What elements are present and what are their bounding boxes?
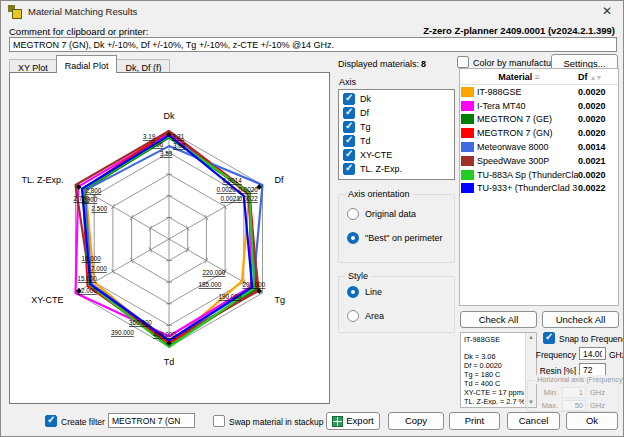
min-value: 1 [562, 387, 586, 398]
axis-item-label: Td [360, 136, 371, 146]
check-all-button[interactable]: Check All [460, 311, 537, 328]
checkbox-icon[interactable] [343, 149, 355, 161]
axis-orientation-option-original-data[interactable]: Original data [339, 207, 454, 221]
material-column-header[interactable]: Material [498, 72, 532, 82]
displayed-materials-count: 8 [421, 59, 426, 69]
svg-text:16.000: 16.000 [81, 255, 101, 262]
color-by-manufacturer-label: Color by manufacturer [473, 58, 562, 68]
close-icon[interactable]: ✕ [595, 2, 619, 20]
style-option-area[interactable]: Area [339, 309, 454, 323]
checkbox-icon[interactable] [343, 163, 355, 175]
style-group: Style LineArea [338, 276, 455, 333]
option-label: Original data [365, 209, 416, 219]
material-row[interactable]: MEGTRON 7 (GE)0.0020 [460, 113, 618, 127]
app-version-text: Z-zero Z-planner 2409.0001 (v2024.2.1.39… [423, 25, 615, 36]
material-matching-dialog: Material Matching Results ✕ Comment for … [0, 0, 624, 437]
materials-table-header[interactable]: Material≡ Df▲▼ [460, 69, 618, 85]
svg-text:0.0014: 0.0014 [223, 177, 243, 184]
tab-radial-plot[interactable]: Radial Plot [56, 55, 118, 73]
displayed-materials-label: Displayed materials: [338, 59, 419, 69]
svg-text:3.21: 3.21 [172, 133, 185, 140]
checkbox-icon[interactable] [343, 135, 355, 147]
svg-text:3.19: 3.19 [143, 133, 156, 140]
axis-orientation-title: Axis orientation [345, 189, 413, 199]
axis-item-df[interactable]: Df [339, 106, 454, 120]
material-df-value: 0.0020 [578, 101, 618, 111]
min-label: Min. [532, 388, 558, 397]
tab-strip: XY PlotRadial PlotDk, Df (f) [9, 55, 169, 73]
svg-text:Df: Df [275, 175, 284, 185]
axis-item-label: TL. Z-Exp. [360, 164, 402, 174]
radar-chart: DkDfTgTdXY-CTETL. Z-Exp.3.193.213.063.08… [10, 73, 329, 403]
svg-text:0.0021: 0.0021 [221, 195, 241, 202]
frequency-input[interactable] [579, 347, 606, 360]
material-row[interactable]: IT-988GSE0.0020 [460, 85, 618, 99]
axis-item-label: Dk [360, 94, 371, 104]
radio-icon[interactable] [347, 310, 359, 322]
swap-material-checkbox[interactable] [213, 415, 225, 427]
material-row[interactable]: MEGTRON 7 (GN)0.0020 [460, 126, 618, 140]
materials-table: Material≡ Df▲▼ IT-988GSE0.0020I-Tera MT4… [459, 68, 619, 306]
material-df-value: 0.0020 [578, 87, 618, 97]
filter-name-input[interactable] [108, 413, 195, 428]
svg-text:2.800: 2.800 [85, 187, 101, 194]
export-button[interactable]: Export [326, 412, 380, 430]
material-name: TU-933+ (ThunderClad 3+) [477, 183, 578, 193]
radio-icon[interactable] [347, 208, 359, 220]
material-name: Meteorwave 8000 [477, 142, 578, 152]
svg-text:17.000: 17.000 [87, 265, 107, 272]
sort-arrows-icon[interactable]: ▲▼ [590, 74, 602, 81]
axis-item-xy-cte[interactable]: XY-CTE [339, 148, 454, 162]
svg-text:185.000: 185.000 [199, 281, 222, 288]
cancel-button[interactable]: Cancel [507, 412, 560, 430]
svg-text:TL. Z-Exp.: TL. Z-Exp. [21, 175, 63, 185]
column-menu-icon[interactable]: ≡ [534, 72, 539, 82]
frequency-unit: GHz [609, 350, 624, 360]
info-line: Tg = 180 C [464, 370, 524, 379]
axis-item-dk[interactable]: Dk [339, 92, 454, 106]
radio-icon[interactable] [347, 232, 359, 244]
scroll-up-icon[interactable]: ▲ [526, 333, 536, 342]
material-df-value: 0.0020 [578, 114, 618, 124]
axis-panel-title: Axis [339, 77, 356, 87]
print-button[interactable]: Print [449, 412, 500, 430]
style-title: Style [345, 271, 371, 281]
horizontal-axis-title: Horizontal axis (Frequency) [534, 375, 624, 384]
ok-button[interactable]: Ok [566, 412, 618, 430]
color-swatch [461, 87, 474, 97]
comment-input[interactable] [9, 37, 617, 52]
uncheck-all-button[interactable]: Uncheck All [542, 311, 619, 328]
axis-item-tl-z-exp[interactable]: TL. Z-Exp. [339, 162, 454, 176]
style-option-line[interactable]: Line [339, 285, 454, 299]
material-df-value: 0.0020 [578, 128, 618, 138]
svg-text:3.08: 3.08 [173, 142, 186, 149]
copy-button[interactable]: Copy [388, 412, 444, 430]
checkbox-icon[interactable] [343, 107, 355, 119]
max-unit: GHz [590, 401, 605, 410]
checkbox-icon[interactable] [343, 121, 355, 133]
radio-icon[interactable] [347, 286, 359, 298]
df-column-header[interactable]: Df [578, 72, 588, 82]
axis-item-td[interactable]: Td [339, 134, 454, 148]
material-row[interactable]: TU-933+ (ThunderClad 3+)0.0022 [460, 182, 618, 196]
svg-text:0.0020: 0.0020 [217, 186, 237, 193]
svg-text:3.53: 3.53 [160, 150, 173, 157]
create-filter-checkbox[interactable] [45, 415, 57, 427]
material-row[interactable]: Meteorwave 80000.0014 [460, 140, 618, 154]
snap-to-frequency-checkbox[interactable] [543, 332, 555, 344]
color-by-manufacturer-checkbox[interactable] [457, 56, 469, 68]
option-label: Area [365, 311, 384, 321]
snap-to-frequency-label: Snap to Frequency [559, 334, 624, 344]
title-bar[interactable]: Material Matching Results ✕ [1, 1, 623, 21]
color-swatch [461, 170, 474, 180]
material-row[interactable]: SpeedWave 300P0.0021 [460, 154, 618, 168]
frequency-label: Frequency [528, 350, 576, 360]
color-swatch [461, 156, 474, 166]
material-df-value: 0.0014 [578, 142, 618, 152]
axis-checkbox-list: DkDfTgTdXY-CTETL. Z-Exp. [338, 89, 455, 180]
checkbox-icon[interactable] [343, 93, 355, 105]
material-row[interactable]: I-Tera MT400.0020 [460, 99, 618, 113]
axis-item-tg[interactable]: Tg [339, 120, 454, 134]
axis-orientation-option-best-on-perimeter[interactable]: "Best" on perimeter [339, 231, 454, 245]
material-row[interactable]: TU-883A Sp (ThunderClad 2A Sp)0.0020 [460, 168, 618, 182]
